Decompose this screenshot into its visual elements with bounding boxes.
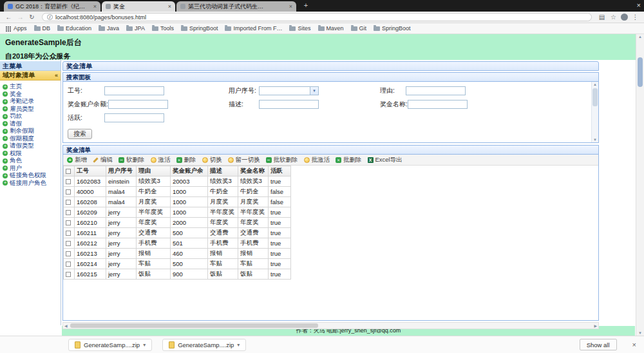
collapse-icon[interactable]: « [55, 71, 58, 80]
bookmark-item[interactable]: Tools [152, 25, 174, 32]
download-item[interactable]: GenerateSamp....zip▾ [68, 339, 152, 351]
toolbar-button[interactable]: 激活 [151, 156, 171, 164]
row-checkbox[interactable] [66, 179, 71, 184]
search-input[interactable] [104, 113, 164, 122]
bookmark-star-icon[interactable]: ☆ [609, 12, 618, 23]
browser-tab[interactable]: 第三代功动词算子式代码生…× [176, 1, 296, 12]
profile-avatar-icon[interactable] [621, 14, 628, 21]
horizontal-scrollbar[interactable]: ◀ ▶ [62, 322, 599, 329]
toolbar-button[interactable]: ×批删除 [336, 156, 362, 164]
accordion-header-domain-objects[interactable]: 域对象清单 « [0, 71, 61, 81]
window-close-button[interactable]: × [637, 1, 641, 9]
toolbar-button[interactable]: –软删除 [118, 156, 145, 164]
search-input[interactable] [259, 100, 319, 109]
scrollbar-thumb[interactable] [592, 88, 598, 106]
bookmark-item[interactable]: Apps [6, 25, 27, 32]
sidebar-item[interactable]: +角色 [3, 157, 61, 164]
table-cell: true [269, 238, 291, 249]
sidebar-item[interactable]: +请假类型 [3, 142, 61, 149]
horizontal-scrollbar-thumb[interactable] [70, 323, 318, 328]
toolbar-button[interactable]: –批软删除 [266, 156, 298, 164]
bookmark-item[interactable]: JPA [126, 25, 145, 32]
downloads-bar-close-icon[interactable]: × [632, 341, 636, 348]
search-button[interactable]: 搜索 [68, 129, 92, 139]
toolbar-button[interactable]: 切换 [202, 156, 222, 164]
scroll-right-icon[interactable]: ▶ [594, 323, 597, 328]
tab-close-icon[interactable]: × [168, 3, 171, 10]
sidebar-item[interactable]: +考勤记录 [3, 98, 61, 105]
scroll-up-icon[interactable]: ▲ [592, 82, 598, 86]
reading-list-icon[interactable]: ▤ [598, 12, 606, 23]
search-input[interactable] [104, 86, 164, 95]
chevron-down-icon[interactable]: ▾ [143, 342, 146, 348]
row-checkbox[interactable] [66, 272, 71, 277]
scroll-down-icon[interactable]: ▼ [636, 331, 644, 335]
bookmark-item[interactable]: DB [34, 25, 51, 32]
bookmark-item[interactable]: Java [99, 25, 119, 32]
reload-icon[interactable]: ↻ [28, 12, 36, 23]
sidebar-item[interactable]: +链接角色权限 [3, 172, 61, 179]
toolbar-button[interactable]: 批激活 [304, 156, 330, 164]
row-checkbox[interactable] [66, 210, 71, 215]
row-checkbox[interactable] [66, 231, 71, 236]
scroll-down-icon[interactable]: ▼ [592, 138, 598, 142]
plus-icon: + [3, 129, 8, 134]
page-scrollbar[interactable]: ▲ ▼ [636, 34, 644, 336]
chevron-down-icon[interactable]: ▾ [310, 87, 318, 95]
site-info-icon[interactable]: i [47, 14, 53, 20]
address-bar[interactable]: i localhost:8080/pages/bonuses.html [42, 13, 592, 21]
sidebar-item[interactable]: +链接用户角色 [3, 180, 61, 187]
row-checkbox[interactable] [66, 200, 71, 205]
bookmark-item[interactable]: Sites [289, 25, 310, 32]
row-checkbox[interactable] [66, 220, 71, 225]
forward-icon[interactable]: → [16, 12, 24, 23]
sidebar-item[interactable]: +雇员类型 [3, 106, 61, 113]
row-checkbox[interactable] [66, 251, 71, 256]
search-panel-scrollbar[interactable]: ▲ ▼ [591, 82, 598, 142]
bookmark-item[interactable]: Education [57, 25, 91, 32]
new-tab-button[interactable]: + [300, 1, 312, 10]
sidebar-item[interactable]: +请假 [3, 120, 61, 128]
folder-icon [225, 26, 231, 31]
tab-close-icon[interactable]: × [289, 3, 292, 10]
toolbar-button[interactable]: XExcel导出 [368, 156, 402, 164]
bookmark-item[interactable]: Imported From F… [225, 25, 282, 32]
search-input[interactable] [406, 86, 466, 95]
sidebar-item[interactable]: +奖金 [3, 91, 61, 98]
bookmark-item[interactable]: SpringBoot [374, 25, 411, 32]
search-input[interactable] [108, 100, 168, 109]
row-checkbox[interactable] [66, 241, 71, 246]
show-all-downloads-button[interactable]: Show all [580, 339, 617, 350]
bookmark-item[interactable]: Git [351, 25, 367, 32]
toolbar-button[interactable]: +新增 [67, 156, 87, 164]
search-input[interactable] [408, 100, 468, 109]
toolbar-button[interactable]: ×删除 [176, 156, 196, 164]
row-checkbox-cell [64, 218, 75, 228]
chevron-down-icon[interactable]: ▾ [237, 342, 240, 348]
row-checkbox[interactable] [66, 189, 71, 195]
sidebar-item[interactable]: +罚款 [3, 113, 61, 120]
plus-icon: + [3, 121, 8, 126]
sidebar-item[interactable]: +权限 [3, 150, 61, 157]
bookmark-item[interactable]: SpringBoot [181, 25, 218, 32]
back-icon[interactable]: ← [5, 12, 13, 23]
page-scrollbar-thumb[interactable] [638, 57, 643, 87]
browser-tab[interactable]: 奖金× [102, 1, 175, 12]
sidebar-item[interactable]: +用户 [3, 165, 61, 172]
select-all-checkbox[interactable] [66, 169, 71, 174]
browser-tab[interactable]: GC 2018：育碧新作《纪元…× [4, 1, 100, 12]
toolbar-button[interactable]: 编辑 [93, 156, 113, 164]
download-item[interactable]: GenerateSamp....zip▾ [162, 339, 246, 351]
tab-favicon [180, 4, 185, 9]
scroll-left-icon[interactable]: ◀ [64, 323, 68, 328]
sidebar-item[interactable]: +假期额度 [3, 135, 61, 142]
sidebar-item[interactable]: +剩余假期 [3, 128, 61, 135]
row-checkbox[interactable] [66, 262, 71, 267]
browser-menu-icon[interactable]: ⋮ [631, 12, 639, 23]
user-id-select[interactable]: ▾ [259, 86, 319, 95]
bookmark-item[interactable]: Maven [318, 25, 344, 32]
sidebar-item[interactable]: +主页 [3, 83, 61, 90]
tab-close-icon[interactable]: × [93, 3, 97, 10]
scroll-up-icon[interactable]: ▲ [636, 35, 644, 39]
toolbar-button[interactable]: 留一切换 [228, 156, 260, 164]
